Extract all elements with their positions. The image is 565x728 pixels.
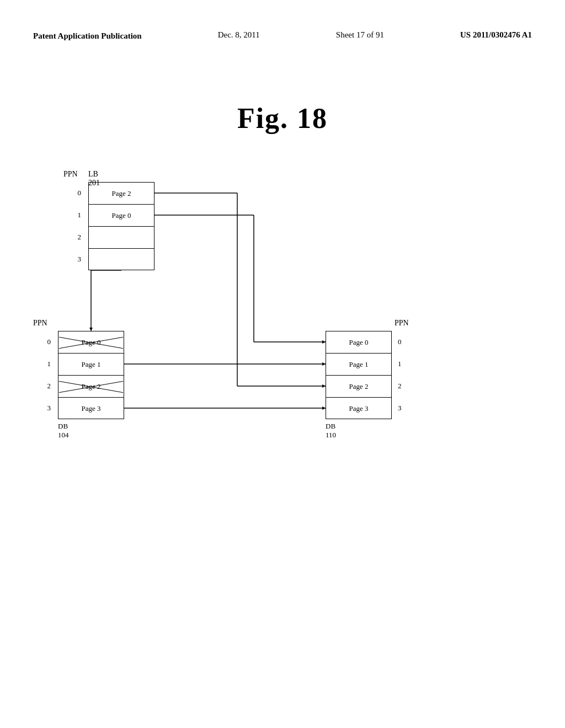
db104-row-0: Page 0: [58, 331, 124, 354]
lb201-box: Page 2 Page 0: [88, 182, 154, 270]
db110-ppn-numbers-right: 0 1 2 3: [395, 331, 411, 419]
db110-ppn-right-3: 3: [395, 397, 411, 419]
db104-row-3: Page 3: [58, 398, 124, 420]
patent-number: US 2011/0302476 A1: [460, 30, 532, 40]
page-header: Patent Application Publication Dec. 8, 2…: [0, 30, 565, 42]
db104-row-1: Page 1: [58, 354, 124, 376]
db110-row-0-text: Page 0: [349, 338, 368, 347]
publication-title: Patent Application Publication: [33, 30, 142, 42]
db104-row-2: Page 2: [58, 376, 124, 398]
db110-ppn-right-1: 1: [395, 353, 411, 375]
db110-ppn-right-0: 0: [395, 331, 411, 353]
db104-ppn-header: PPN: [33, 319, 47, 328]
db104-box: Page 0 Page 1 Page 2 Page 3: [58, 331, 124, 419]
db104-row-2-text: Page 2: [81, 382, 100, 391]
db110-row-0: Page 0: [326, 331, 391, 354]
figure-title: Fig. 18: [0, 102, 565, 135]
db110-row-1-text: Page 1: [349, 360, 368, 369]
db110-row-3: Page 3: [326, 398, 391, 420]
db104-row-1-text: Page 1: [81, 360, 100, 369]
lb201-row-2: [89, 227, 154, 249]
publication-date: Dec. 8, 2011: [218, 30, 260, 40]
lb201-row-0: Page 2: [89, 183, 154, 205]
lb201-ppn-header: PPN: [63, 170, 78, 179]
db110-row-2: Page 2: [326, 376, 391, 398]
db104-ppn-0: 0: [33, 331, 55, 353]
db104-label: DB 104: [58, 422, 69, 440]
lb201-row-0-text: Page 2: [111, 189, 131, 198]
lb201-ppn-numbers: 0 1 2 3: [63, 182, 86, 270]
lb201-ppn-2: 2: [63, 226, 86, 248]
lb201-ppn-1: 1: [63, 204, 86, 226]
lb201-ppn-3: 3: [63, 248, 86, 270]
lb201-ppn-0: 0: [63, 182, 86, 204]
lb201-row-1-text: Page 0: [111, 211, 131, 220]
db110-row-3-text: Page 3: [349, 404, 368, 413]
db104-ppn-3: 3: [33, 397, 55, 419]
db110-ppn-header-right: PPN: [395, 319, 409, 328]
db110-label: DB 110: [326, 422, 336, 440]
db104-ppn-2: 2: [33, 375, 55, 397]
db110-box: Page 0 Page 1 Page 2 Page 3: [326, 331, 392, 419]
db104-ppn-numbers: 0 1 2 3: [33, 331, 55, 419]
db110-ppn-right-2: 2: [395, 375, 411, 397]
db104-ppn-1: 1: [33, 353, 55, 375]
lb201-row-3: [89, 249, 154, 271]
lb201-row-1: Page 0: [89, 205, 154, 227]
db110-row-2-text: Page 2: [349, 382, 368, 391]
db104-row-3-text: Page 3: [81, 404, 100, 413]
db104-row-0-text: Page 0: [81, 338, 100, 347]
sheet-info: Sheet 17 of 91: [336, 30, 384, 40]
db110-row-1: Page 1: [326, 354, 391, 376]
